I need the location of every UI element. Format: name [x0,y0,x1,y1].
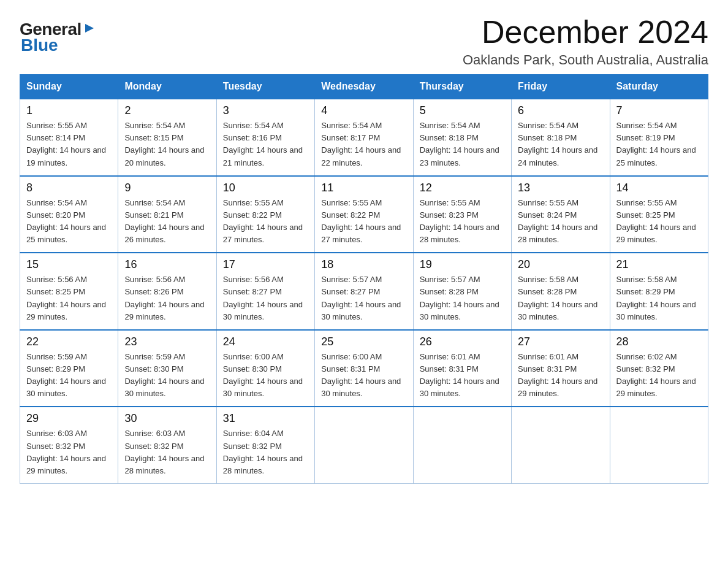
svg-marker-0 [85,24,94,33]
weekday-header-tuesday: Tuesday [216,75,314,99]
weekday-header-saturday: Saturday [610,75,708,99]
day-number: 28 [616,335,702,348]
day-number: 25 [321,335,406,348]
day-info: Sunrise: 5:55 AMSunset: 8:22 PMDaylight:… [321,197,406,247]
day-info: Sunrise: 5:55 AMSunset: 8:25 PMDaylight:… [616,197,702,247]
day-info: Sunrise: 5:58 AMSunset: 8:28 PMDaylight:… [518,274,603,323]
day-info: Sunrise: 5:57 AMSunset: 8:27 PMDaylight:… [321,274,406,323]
day-info: Sunrise: 5:54 AMSunset: 8:21 PMDaylight:… [124,197,210,247]
day-number: 3 [223,104,308,117]
calendar-cell: 11Sunrise: 5:55 AMSunset: 8:22 PMDayligh… [315,176,413,253]
calendar-cell: 5Sunrise: 5:54 AMSunset: 8:18 PMDaylight… [413,99,511,176]
day-number: 23 [124,335,210,348]
calendar-week-row: 1Sunrise: 5:55 AMSunset: 8:14 PMDaylight… [20,99,708,176]
day-info: Sunrise: 5:54 AMSunset: 8:18 PMDaylight:… [420,120,505,169]
calendar-cell: 18Sunrise: 5:57 AMSunset: 8:27 PMDayligh… [315,253,413,330]
day-number: 11 [321,182,406,194]
day-info: Sunrise: 6:00 AMSunset: 8:30 PMDaylight:… [223,351,308,400]
calendar-cell: 15Sunrise: 5:56 AMSunset: 8:25 PMDayligh… [20,253,118,330]
day-number: 10 [223,182,308,194]
weekday-header-monday: Monday [118,75,216,99]
day-info: Sunrise: 5:55 AMSunset: 8:23 PMDaylight:… [420,197,505,247]
calendar-cell: 27Sunrise: 6:01 AMSunset: 8:31 PMDayligh… [512,330,610,407]
calendar-cell: 17Sunrise: 5:56 AMSunset: 8:27 PMDayligh… [216,253,314,330]
day-info: Sunrise: 5:55 AMSunset: 8:22 PMDaylight:… [223,197,308,247]
day-info: Sunrise: 5:55 AMSunset: 8:14 PMDaylight:… [26,120,112,169]
day-info: Sunrise: 6:02 AMSunset: 8:32 PMDaylight:… [616,351,702,400]
calendar-cell: 2Sunrise: 5:54 AMSunset: 8:15 PMDaylight… [118,99,216,176]
day-number: 27 [518,335,603,348]
day-info: Sunrise: 5:54 AMSunset: 8:20 PMDaylight:… [26,197,112,247]
day-number: 20 [518,258,603,271]
calendar-cell [413,407,511,483]
day-info: Sunrise: 5:57 AMSunset: 8:28 PMDaylight:… [420,274,505,323]
day-info: Sunrise: 5:54 AMSunset: 8:17 PMDaylight:… [321,120,406,169]
day-number: 15 [26,258,112,271]
logo-blue-text: Blue [21,36,58,55]
day-number: 9 [124,182,210,194]
calendar-cell [512,407,610,483]
calendar-cell: 21Sunrise: 5:58 AMSunset: 8:29 PMDayligh… [610,253,708,330]
calendar-cell: 3Sunrise: 5:54 AMSunset: 8:16 PMDaylight… [216,99,314,176]
calendar-cell [315,407,413,483]
day-info: Sunrise: 5:54 AMSunset: 8:15 PMDaylight:… [124,120,210,169]
day-number: 2 [124,104,210,117]
calendar-cell: 16Sunrise: 5:56 AMSunset: 8:26 PMDayligh… [118,253,216,330]
calendar-cell: 28Sunrise: 6:02 AMSunset: 8:32 PMDayligh… [610,330,708,407]
day-number: 13 [518,182,603,194]
day-number: 14 [616,182,702,194]
calendar-cell: 25Sunrise: 6:00 AMSunset: 8:31 PMDayligh… [315,330,413,407]
calendar-cell: 23Sunrise: 5:59 AMSunset: 8:30 PMDayligh… [118,330,216,407]
calendar-cell: 13Sunrise: 5:55 AMSunset: 8:24 PMDayligh… [512,176,610,253]
page-header: General Blue December 2024 Oaklands Park… [20,15,708,68]
day-number: 18 [321,258,406,271]
day-number: 22 [26,335,112,348]
day-info: Sunrise: 6:03 AMSunset: 8:32 PMDaylight:… [26,427,112,477]
day-info: Sunrise: 6:04 AMSunset: 8:32 PMDaylight:… [223,427,308,477]
day-info: Sunrise: 5:59 AMSunset: 8:30 PMDaylight:… [124,351,210,400]
day-number: 19 [420,258,505,271]
day-number: 8 [26,182,112,194]
day-info: Sunrise: 5:54 AMSunset: 8:18 PMDaylight:… [518,120,603,169]
calendar-cell: 12Sunrise: 5:55 AMSunset: 8:23 PMDayligh… [413,176,511,253]
day-info: Sunrise: 5:58 AMSunset: 8:29 PMDaylight:… [616,274,702,323]
day-info: Sunrise: 6:01 AMSunset: 8:31 PMDaylight:… [420,351,505,400]
calendar-cell: 10Sunrise: 5:55 AMSunset: 8:22 PMDayligh… [216,176,314,253]
day-number: 30 [124,412,210,425]
day-info: Sunrise: 5:56 AMSunset: 8:27 PMDaylight:… [223,274,308,323]
weekday-header-thursday: Thursday [413,75,511,99]
calendar-cell: 24Sunrise: 6:00 AMSunset: 8:30 PMDayligh… [216,330,314,407]
day-number: 4 [321,104,406,117]
weekday-header-friday: Friday [512,75,610,99]
calendar-week-row: 15Sunrise: 5:56 AMSunset: 8:25 PMDayligh… [20,253,708,330]
day-number: 16 [124,258,210,271]
calendar-cell: 31Sunrise: 6:04 AMSunset: 8:32 PMDayligh… [216,407,314,483]
day-number: 6 [518,104,603,117]
logo-triangle-icon [83,24,96,35]
calendar-cell: 14Sunrise: 5:55 AMSunset: 8:25 PMDayligh… [610,176,708,253]
calendar-cell: 29Sunrise: 6:03 AMSunset: 8:32 PMDayligh… [20,407,118,483]
day-number: 1 [26,104,112,117]
calendar-week-row: 22Sunrise: 5:59 AMSunset: 8:29 PMDayligh… [20,330,708,407]
calendar-cell: 30Sunrise: 6:03 AMSunset: 8:32 PMDayligh… [118,407,216,483]
location-title: Oaklands Park, South Australia, Australi… [463,52,708,68]
calendar-cell [610,407,708,483]
calendar-cell: 6Sunrise: 5:54 AMSunset: 8:18 PMDaylight… [512,99,610,176]
calendar-header-row: SundayMondayTuesdayWednesdayThursdayFrid… [20,75,708,99]
day-number: 17 [223,258,308,271]
calendar-table: SundayMondayTuesdayWednesdayThursdayFrid… [20,74,708,484]
calendar-cell: 7Sunrise: 5:54 AMSunset: 8:19 PMDaylight… [610,99,708,176]
day-info: Sunrise: 6:00 AMSunset: 8:31 PMDaylight:… [321,351,406,400]
calendar-cell: 22Sunrise: 5:59 AMSunset: 8:29 PMDayligh… [20,330,118,407]
day-number: 5 [420,104,505,117]
day-number: 26 [420,335,505,348]
calendar-cell: 1Sunrise: 5:55 AMSunset: 8:14 PMDaylight… [20,99,118,176]
calendar-cell: 4Sunrise: 5:54 AMSunset: 8:17 PMDaylight… [315,99,413,176]
calendar-cell: 9Sunrise: 5:54 AMSunset: 8:21 PMDaylight… [118,176,216,253]
day-info: Sunrise: 5:55 AMSunset: 8:24 PMDaylight:… [518,197,603,247]
weekday-header-sunday: Sunday [20,75,118,99]
calendar-cell: 26Sunrise: 6:01 AMSunset: 8:31 PMDayligh… [413,330,511,407]
logo: General Blue [20,20,96,55]
day-number: 24 [223,335,308,348]
day-info: Sunrise: 5:54 AMSunset: 8:16 PMDaylight:… [223,120,308,169]
